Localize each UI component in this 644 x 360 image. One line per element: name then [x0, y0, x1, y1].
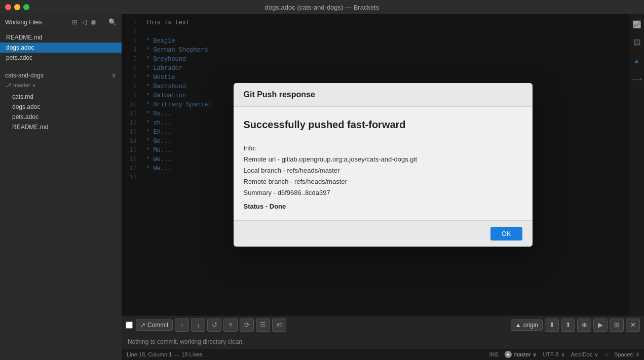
- close-git-btn[interactable]: ✕: [626, 318, 640, 332]
- encoding-status[interactable]: UTF-8 ∨: [543, 351, 564, 358]
- project-file-pets[interactable]: pets.adoc: [0, 112, 122, 122]
- origin-arrow-icon: ▲: [515, 322, 521, 329]
- branch-icon-btn[interactable]: ⊕: [577, 318, 591, 332]
- editor-wrapper: 1 2 3 4 5 6 7 8 9 10 11 12 13 14 15 16 1: [122, 14, 644, 360]
- commit-arrow-icon: ↗: [140, 322, 145, 329]
- working-files-list: README.md dogs.adoc pets.adoc: [0, 30, 122, 65]
- settings-icon-btn[interactable]: ⊞: [610, 318, 624, 332]
- file-name: README.md: [6, 34, 42, 41]
- unstage-icon-btn[interactable]: ↓: [191, 318, 205, 332]
- dialog-overlay: Git Push response Successfully pushed fa…: [122, 14, 644, 315]
- info-label: Info:: [244, 143, 522, 154]
- commit-button[interactable]: ↗ Commit: [136, 319, 173, 331]
- project-file-cats[interactable]: cats.md: [0, 92, 122, 102]
- syntax-chevron-icon: ∨: [594, 351, 598, 358]
- branch-label[interactable]: ⎇ master ∨: [0, 81, 122, 91]
- syntax-text: AsciiDoc: [571, 351, 593, 357]
- circle-icon: ○: [604, 351, 608, 357]
- project-files-list: cats.md dogs.adoc pets.adoc README.md: [0, 91, 122, 133]
- spaces-status[interactable]: Spaces: 4: [614, 351, 639, 357]
- local-branch: Local branch - refs/heads/master: [244, 165, 522, 176]
- list-icon-btn[interactable]: ☰: [256, 318, 270, 332]
- dialog-info: Info: Remote url - gitlab.opengroup.org:…: [244, 143, 522, 198]
- editor-content[interactable]: 1 2 3 4 5 6 7 8 9 10 11 12 13 14 15 16 1: [122, 14, 644, 315]
- branch-chevron-icon: ∨: [533, 351, 537, 358]
- main-layout: Working Files ⊞ ◁ ◉ − 🔍 README.md dogs.a…: [0, 14, 644, 360]
- syntax-status[interactable]: AsciiDoc ∨: [571, 351, 599, 358]
- separator: —: [174, 351, 179, 357]
- close-button[interactable]: [5, 4, 11, 10]
- position-text: Line 18, Column 1: [127, 351, 172, 357]
- origin-label: origin: [523, 322, 538, 329]
- sidebar-file-pets[interactable]: pets.adoc: [0, 53, 122, 63]
- refresh-icon-btn[interactable]: ⟳: [240, 318, 254, 332]
- file-name: dogs.adoc: [6, 44, 34, 51]
- discard-icon-btn[interactable]: ↺: [207, 318, 221, 332]
- file-name: pets.adoc: [6, 54, 32, 61]
- minimize-button[interactable]: [14, 4, 20, 10]
- commit-message-area: Nothing to commit, working directory cle…: [122, 334, 644, 349]
- collapse-icon[interactable]: −: [100, 18, 104, 26]
- branch-status[interactable]: ● master ∨: [505, 351, 537, 358]
- remote-branch: Remote branch - refs/heads/master: [244, 176, 522, 187]
- split-editor-icon[interactable]: ◁: [82, 18, 87, 26]
- show-in-tree-icon[interactable]: ⊞: [72, 18, 78, 26]
- encoding-text: UTF-8: [543, 351, 558, 357]
- sidebar-header-icons: ⊞ ◁ ◉ − 🔍: [72, 18, 117, 26]
- project-name[interactable]: cats-and-dogs: [5, 72, 44, 79]
- project-section-header: cats-and-dogs ∨: [0, 67, 122, 81]
- diff-icon-btn[interactable]: ≡: [223, 318, 238, 332]
- dialog-footer: OK: [234, 220, 533, 247]
- git-push-dialog: Git Push response Successfully pushed fa…: [234, 83, 533, 247]
- window-title: dogs.adoc (cats-and-dogs) — Brackets: [265, 4, 379, 11]
- search-icon[interactable]: 🔍: [108, 18, 117, 26]
- sidebar-file-dogs[interactable]: dogs.adoc: [0, 43, 122, 53]
- editor-area: 1 2 3 4 5 6 7 8 9 10 11 12 13 14 15 16 1: [122, 14, 644, 360]
- project-file-dogs[interactable]: dogs.adoc: [0, 102, 122, 112]
- working-files-header: Working Files ⊞ ◁ ◉ − 🔍: [0, 14, 122, 30]
- branch-name: master: [514, 351, 531, 357]
- pull-icon-btn[interactable]: ⬇: [545, 318, 559, 332]
- remote-url: Remote url - gitlab.opengroup.org:a.jose…: [244, 154, 522, 165]
- stage-icon-btn[interactable]: ↑: [175, 318, 189, 332]
- working-files-label: Working Files: [5, 19, 42, 26]
- traffic-lights: [5, 4, 29, 10]
- sidebar: Working Files ⊞ ◁ ◉ − 🔍 README.md dogs.a…: [0, 14, 122, 360]
- maximize-button[interactable]: [23, 4, 29, 10]
- fetch-icon-btn[interactable]: ⬆: [561, 318, 575, 332]
- encoding-chevron-icon: ∨: [561, 351, 565, 358]
- sidebar-file-readme[interactable]: README.md: [0, 32, 122, 43]
- github-icon: ●: [505, 351, 512, 358]
- status-bar: Line 18, Column 1 — 18 Lines INS ● maste…: [122, 349, 644, 360]
- dialog-header: Git Push response: [234, 83, 533, 107]
- select-all-checkbox[interactable]: [126, 322, 133, 329]
- sort-icon[interactable]: ◉: [91, 18, 96, 26]
- ins-status: INS: [489, 351, 498, 357]
- chevron-icon[interactable]: ∨: [111, 71, 117, 79]
- commit-label: Commit: [147, 322, 168, 329]
- total-lines: 18 Lines: [181, 351, 203, 357]
- origin-button[interactable]: ▲ origin: [511, 319, 543, 331]
- dialog-title: Git Push response: [244, 90, 315, 99]
- project-file-readme[interactable]: README.md: [0, 122, 122, 132]
- dialog-success-text: Successfully pushed fast-forward: [244, 119, 522, 131]
- cursor-position: Line 18, Column 1 — 18 Lines: [127, 351, 203, 357]
- git-bar: ↗ Commit ↑ ↓ ↺ ≡ ⟳ ☰ 🏷 ▲ origin ⬇ ⬆ ⊕ ▶: [122, 315, 644, 334]
- tag-icon-btn[interactable]: 🏷: [272, 318, 286, 332]
- dialog-status: Status - Done: [244, 203, 522, 210]
- summary: Summary - d6f9686..8cda397: [244, 187, 522, 198]
- ok-button[interactable]: OK: [490, 227, 522, 241]
- dialog-body: Successfully pushed fast-forward Info: R…: [234, 107, 533, 220]
- commit-message-text: Nothing to commit, working directory cle…: [128, 338, 244, 345]
- title-bar: dogs.adoc (cats-and-dogs) — Brackets: [0, 0, 644, 14]
- terminal-icon-btn[interactable]: ▶: [593, 318, 608, 332]
